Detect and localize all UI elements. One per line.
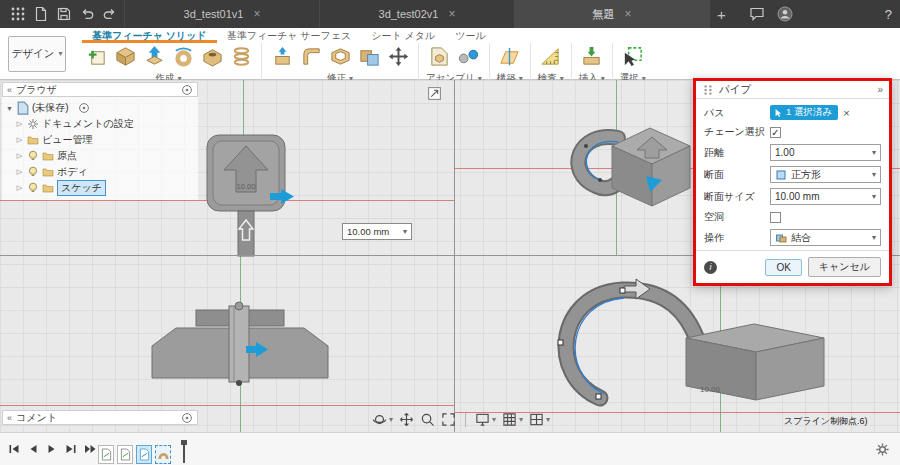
- fillet-icon[interactable]: [298, 44, 324, 70]
- grid-snap-icon[interactable]: ▾: [502, 412, 523, 427]
- collapse-panel-icon[interactable]: «: [7, 413, 12, 423]
- create-sketch-icon[interactable]: [83, 44, 109, 70]
- close-tab-icon[interactable]: ×: [253, 8, 260, 20]
- visibility-bulb-icon[interactable]: [27, 150, 39, 162]
- new-document-tab-button[interactable]: +: [709, 0, 733, 28]
- zoom-icon[interactable]: [420, 412, 435, 427]
- visibility-bulb-icon[interactable]: [27, 182, 39, 194]
- extrude-icon[interactable]: [141, 44, 167, 70]
- document-tab-3-active[interactable]: 無題 ×: [514, 0, 709, 28]
- panel-handle-icon[interactable]: [181, 412, 193, 424]
- model-iso-view[interactable]: [578, 128, 690, 206]
- timeline-item-sketch-2[interactable]: [117, 445, 133, 464]
- browser-item-document-settings[interactable]: ▷ ドキュメントの設定: [2, 116, 198, 132]
- coil-icon[interactable]: [228, 44, 254, 70]
- path-selection-chip[interactable]: 1 選択済み: [770, 105, 838, 120]
- drag-grip-icon[interactable]: [702, 84, 714, 96]
- model-side-view[interactable]: 10.00: [558, 279, 824, 400]
- insert-icon[interactable]: [579, 44, 605, 70]
- step-back-icon[interactable]: [27, 443, 39, 455]
- joint-icon[interactable]: [455, 44, 481, 70]
- tab-sheet-metal[interactable]: シート メタル: [361, 28, 445, 43]
- collapse-panel-icon[interactable]: «: [7, 85, 12, 95]
- caret-down-icon: ▾: [872, 192, 876, 201]
- comment-icon[interactable]: [749, 6, 765, 22]
- document-tab-1[interactable]: 3d_test01v1 ×: [124, 0, 319, 28]
- tab-tools[interactable]: ツール: [445, 28, 495, 43]
- browser-item-bodies[interactable]: ▷ ボディ: [2, 164, 198, 180]
- save-icon[interactable]: [56, 6, 72, 22]
- tree-collapsed-icon[interactable]: ▷: [15, 120, 24, 128]
- tree-collapsed-icon[interactable]: ▷: [15, 168, 24, 176]
- combine-icon[interactable]: [356, 44, 382, 70]
- tab-solid[interactable]: 基準フィーチャ ソリッド: [82, 28, 217, 43]
- tree-collapsed-icon[interactable]: ▷: [15, 152, 24, 160]
- move-icon[interactable]: [385, 44, 411, 70]
- viewport-layout-icon[interactable]: ▾: [529, 412, 550, 427]
- viewport-expand-icon[interactable]: [427, 86, 442, 101]
- timeline-settings-gear-icon[interactable]: [875, 442, 890, 457]
- tab-surface[interactable]: 基準フィーチャ サーフェス: [217, 28, 362, 43]
- pan-icon[interactable]: [399, 412, 414, 427]
- data-panel-grid-icon[interactable]: [10, 6, 26, 22]
- operation-select[interactable]: 結合 ▾: [770, 229, 881, 246]
- close-tab-icon[interactable]: ×: [448, 8, 455, 20]
- fit-icon[interactable]: [441, 412, 456, 427]
- section-size-input[interactable]: 10.00 mm ▾: [770, 188, 881, 205]
- box-primitive-icon[interactable]: [112, 44, 138, 70]
- model-front-view[interactable]: [152, 302, 328, 386]
- redo-icon[interactable]: [102, 6, 118, 22]
- tree-collapsed-icon[interactable]: ▷: [15, 136, 24, 144]
- construction-plane-icon[interactable]: [497, 44, 523, 70]
- viewport-divider-vertical: [454, 80, 455, 432]
- hole-icon[interactable]: [199, 44, 225, 70]
- model-top-view[interactable]: 10.00: [207, 135, 294, 256]
- hollow-checkbox[interactable]: [770, 212, 781, 223]
- info-icon[interactable]: i: [704, 261, 717, 274]
- panel-handle-icon[interactable]: [181, 84, 193, 96]
- undo-icon[interactable]: [79, 6, 95, 22]
- visibility-bulb-icon[interactable]: [27, 166, 39, 178]
- workspace-selector-button[interactable]: デザイン ▾: [8, 36, 66, 72]
- play-icon[interactable]: [84, 443, 96, 455]
- browser-panel-header[interactable]: « ブラウザ: [2, 82, 198, 97]
- new-component-icon[interactable]: [426, 44, 452, 70]
- orbit-icon[interactable]: ▾: [372, 412, 393, 427]
- display-settings-icon[interactable]: ▾: [475, 412, 496, 427]
- section-select[interactable]: 正方形 ▾: [770, 166, 881, 183]
- step-forward-icon[interactable]: [46, 443, 58, 455]
- revolve-icon[interactable]: [170, 44, 196, 70]
- document-tab-2[interactable]: 3d_test02v1 ×: [319, 0, 514, 28]
- timeline-item-sketch-3[interactable]: [136, 445, 152, 464]
- file-icon[interactable]: [33, 6, 49, 22]
- close-tab-icon[interactable]: ×: [624, 8, 631, 20]
- go-to-end-icon[interactable]: [65, 443, 77, 455]
- comments-panel-header[interactable]: « コメント: [2, 410, 198, 425]
- chain-selection-checkbox[interactable]: ✓: [770, 127, 781, 138]
- tree-collapsed-icon[interactable]: ▷: [15, 184, 24, 192]
- dialog-collapse-icon[interactable]: »: [877, 84, 883, 95]
- cancel-button[interactable]: キャンセル: [808, 257, 881, 277]
- ok-button[interactable]: OK: [765, 259, 801, 276]
- timeline-item-pipe-feature[interactable]: [155, 445, 171, 464]
- shell-icon[interactable]: [327, 44, 353, 70]
- press-pull-icon[interactable]: [269, 44, 295, 70]
- dimension-input[interactable]: 10.00 mm ▾: [342, 223, 412, 240]
- browser-item-origin[interactable]: ▷ 原点: [2, 148, 198, 164]
- browser-root-document[interactable]: ▼ (未保存): [2, 100, 198, 116]
- select-icon[interactable]: [620, 44, 646, 70]
- help-icon[interactable]: ?: [885, 0, 892, 28]
- tree-expanded-icon[interactable]: ▼: [5, 105, 14, 112]
- browser-item-sketches[interactable]: ▷ スケッチ: [2, 180, 198, 196]
- activate-component-radio[interactable]: [78, 102, 90, 114]
- user-avatar[interactable]: [777, 6, 793, 22]
- document-tab-label: 3d_test01v1: [184, 8, 244, 20]
- browser-item-view-management[interactable]: ▷ ビュー管理: [2, 132, 198, 148]
- measure-icon[interactable]: [538, 44, 564, 70]
- go-to-start-icon[interactable]: [8, 443, 20, 455]
- pipe-dialog-header[interactable]: パイプ »: [696, 81, 889, 99]
- clear-selection-icon[interactable]: ×: [843, 107, 849, 119]
- timeline-position-marker[interactable]: [179, 440, 189, 464]
- distance-input[interactable]: 1.00 ▾: [770, 144, 881, 161]
- timeline-item-sketch-1[interactable]: [98, 445, 114, 464]
